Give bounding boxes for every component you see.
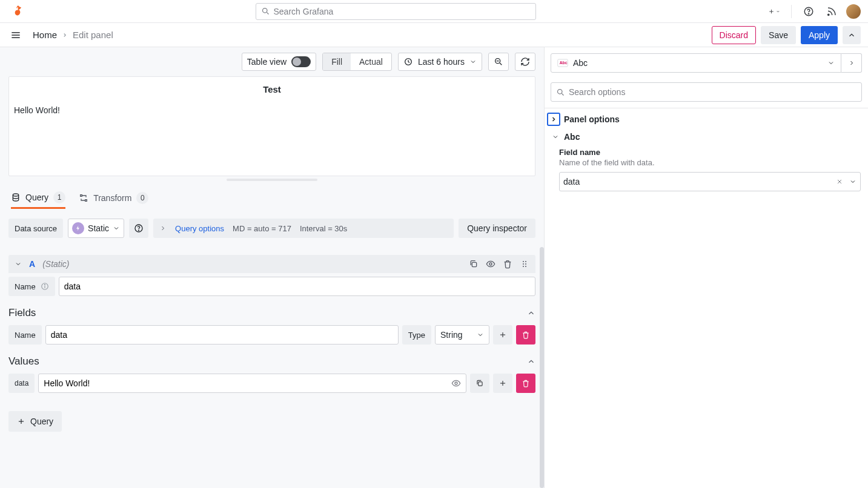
query-header: A (Static) [8,255,535,273]
help-button[interactable] [800,3,817,20]
add-query-button[interactable]: Query [8,411,62,432]
svg-point-21 [523,261,524,262]
chevron-down-icon[interactable] [15,260,22,268]
collapse-button[interactable] [843,26,861,44]
news-button[interactable] [823,3,840,20]
drag-handle-icon[interactable] [520,259,529,269]
field-name-input[interactable] [45,325,399,345]
topbar [0,0,868,23]
bolt-icon [75,225,81,231]
toggle-switch[interactable] [291,56,311,67]
copy-value-button[interactable] [470,374,489,393]
add-button[interactable] [766,3,783,20]
refresh-button[interactable] [515,53,535,71]
search-box[interactable] [256,3,536,20]
eye-icon[interactable] [451,378,461,388]
value-field[interactable] [44,378,461,388]
query-name-input[interactable] [59,277,535,296]
viz-next-button[interactable] [841,53,862,73]
plus-icon [499,379,507,387]
viz-picker: Abc Abc [545,47,868,79]
chevron-right-icon[interactable] [159,225,167,232]
datasource-label: Data source [8,219,63,238]
help-icon [134,223,144,233]
query-area: Data source Static Query options MD = au… [0,210,544,488]
search-icon [556,88,565,97]
field-name-option-label: Field name [559,148,861,157]
clear-field-name[interactable] [833,178,846,185]
apply-button[interactable]: Apply [801,26,838,44]
datasource-help[interactable] [129,219,148,238]
resize-handle[interactable] [0,179,544,182]
datasource-select[interactable]: Static [68,219,124,238]
add-value-button[interactable] [493,374,512,393]
actual-segment[interactable]: Actual [351,53,391,70]
copy-icon[interactable] [469,259,479,269]
viz-select[interactable]: Abc Abc [551,53,841,73]
query-options-link[interactable]: Query options [175,224,224,233]
svg-point-6 [828,14,829,15]
add-field-button[interactable] [493,325,512,345]
options-search[interactable] [551,82,862,102]
value-input[interactable] [38,374,466,393]
chevron-up-icon [527,357,535,366]
zoom-out-button[interactable] [488,53,509,71]
panel-options-toggle[interactable] [547,113,560,126]
field-name-option-help: Name of the field with data. [559,158,861,167]
table-view-toggle[interactable]: Table view [242,53,316,71]
panel-options-section[interactable]: Panel options [545,108,868,130]
svg-line-41 [562,93,563,95]
discard-button[interactable]: Discard [712,26,756,44]
fill-segment[interactable]: Fill [323,53,351,70]
chevron-down-icon [477,331,484,338]
preview-panel: Test Hello World! [8,76,535,176]
fill-actual-group: Fill Actual [322,53,392,71]
user-avatar[interactable] [846,4,861,19]
topbar-right [766,3,861,20]
viz-name: Abc [573,58,823,68]
copy-icon [475,379,484,387]
preview-toolbar: Table view Fill Actual Last 6 hours [0,47,544,76]
field-name-select[interactable]: data [559,172,861,191]
save-button[interactable]: Save [761,26,796,44]
trash-icon [522,331,530,339]
query-name-label: Name [8,277,55,296]
breadcrumb-home[interactable]: Home [33,30,57,40]
viz-icon: Abc [557,59,568,67]
value-column-label: data [8,374,35,393]
delete-field-button[interactable] [516,325,535,345]
eye-icon[interactable] [486,259,495,269]
query-inspector-button[interactable]: Query inspector [459,219,535,238]
field-type-select[interactable]: String [435,325,489,345]
time-range-picker[interactable]: Last 6 hours [398,53,482,71]
field-name-field[interactable] [51,330,393,340]
scrollbar[interactable] [540,247,544,488]
panel-actions: Discard Save Apply [712,26,861,44]
svg-line-13 [500,63,502,65]
tab-query[interactable]: Query 1 [11,191,65,209]
options-search-input[interactable] [569,87,856,97]
query-name-field[interactable] [64,282,530,291]
tab-transform[interactable]: Transform 0 [79,192,148,208]
global-search-input[interactable] [274,7,531,16]
query-ref-id[interactable]: A [29,259,35,269]
grafana-logo[interactable] [11,4,25,19]
chevron-right-icon [848,59,855,67]
trash-icon[interactable] [503,259,512,269]
values-section-header[interactable]: Values [8,355,535,368]
svg-point-32 [455,382,457,384]
abc-section[interactable]: Abc [545,130,868,144]
left-column: Table view Fill Actual Last 6 hours Test [0,47,544,488]
tab-transform-count: 0 [136,192,148,204]
query-source: (Static) [42,259,462,269]
svg-point-14 [13,194,18,196]
fields-section-header[interactable]: Fields [8,307,535,319]
field-name-select-value: data [563,177,830,186]
menu-toggle[interactable] [7,27,24,44]
chevron-up-icon [527,309,535,317]
svg-point-25 [523,266,524,267]
chevron-right-icon [62,32,68,38]
delete-value-button[interactable] [516,374,535,393]
info-icon[interactable] [41,282,49,291]
svg-text:Abc: Abc [560,61,568,65]
